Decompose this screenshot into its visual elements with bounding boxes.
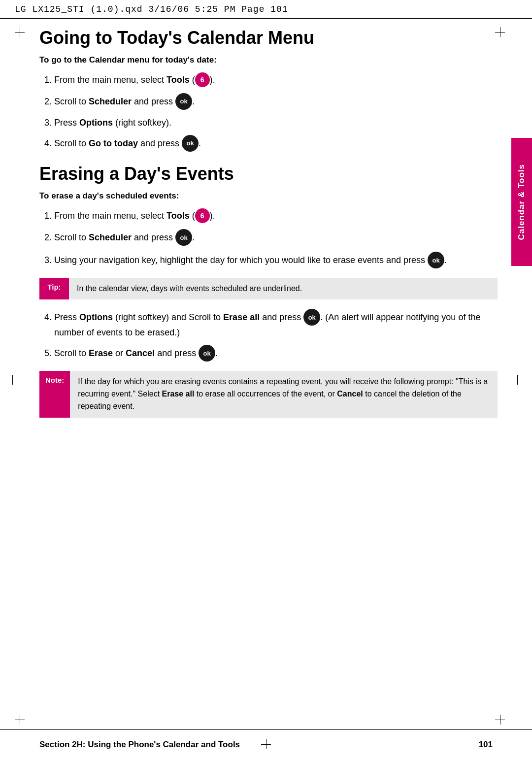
step4-text-before: Scroll to: [54, 138, 89, 148]
tip-label: Tip:: [39, 278, 69, 299]
s2-step4-bold2: Erase all: [223, 312, 260, 322]
s2-step5-after: .: [215, 348, 218, 358]
main-content: Going to Today's Calendar Menu To go to …: [39, 27, 498, 720]
list-item: Scroll to Go to today and press ok.: [54, 135, 498, 152]
reg-mark-rm: [512, 375, 522, 385]
s2-step1-before: From the main menu, select: [54, 211, 166, 221]
note-text-2: to erase all occurrences of the event, o…: [194, 390, 337, 398]
reg-mark-tl: [15, 27, 25, 37]
step4-text-mid: and press: [138, 138, 182, 148]
s2-step5-bold2: Cancel: [126, 348, 155, 358]
side-tab: Calendar & Tools: [511, 138, 532, 266]
step3-bold: Options: [79, 118, 113, 128]
section1-heading: Going to Today's Calendar Menu: [39, 27, 498, 48]
step1-text-mid: (: [190, 75, 195, 85]
s2-step3-text: Using your navigation key, highlight the…: [54, 255, 428, 265]
s2-step4-mid1: (right softkey) and Scroll to: [113, 312, 223, 322]
ok-icon-3: ok: [175, 229, 192, 246]
list-item: Scroll to Erase or Cancel and press ok.: [54, 345, 498, 362]
section1-subheading: To go to the Calendar menu for today's d…: [39, 55, 498, 65]
s2-step5-mid1: or: [113, 348, 126, 358]
note-bold-2: Cancel: [337, 390, 363, 398]
section-2: Erasing a Day's Events To erase a day's …: [39, 163, 498, 418]
list-item: Scroll to Scheduler and press ok.: [54, 94, 498, 110]
s2-step1-mid: (: [190, 211, 195, 221]
s2-step2-mid: and press: [132, 232, 175, 242]
step2-bold: Scheduler: [89, 97, 132, 106]
list-item: From the main menu, select Tools (6).: [54, 73, 498, 88]
note-content: If the day for which you are erasing eve…: [70, 371, 498, 417]
footer-page-number: 101: [479, 740, 493, 750]
step2-text-before: Scroll to: [54, 97, 89, 106]
list-item: Using your navigation key, highlight the…: [54, 252, 498, 269]
section2-subheading: To erase a day's scheduled events:: [39, 191, 498, 201]
note-box: Note: If the day for which you are erasi…: [39, 371, 498, 417]
s2-step5-before: Scroll to: [54, 348, 89, 358]
step1-text-before: From the main menu, select: [54, 75, 166, 85]
section2-steps-second: Press Options (right softkey) and Scroll…: [54, 309, 498, 362]
page-footer: Section 2H: Using the Phone's Calendar a…: [0, 729, 532, 759]
step3-text-after: (right softkey).: [113, 118, 171, 128]
section2-heading: Erasing a Day's Events: [39, 163, 498, 184]
step4-text-after: .: [199, 138, 201, 148]
ok-icon-1: ok: [175, 93, 192, 110]
header-text: LG LX125_STI (1.0).qxd 3/16/06 5:25 PM P…: [15, 4, 288, 14]
section-1: Going to Today's Calendar Menu To go to …: [39, 27, 498, 152]
note-bold-1: Erase all: [162, 390, 195, 398]
step2-text-mid: and press: [132, 97, 175, 106]
s2-step2-before: Scroll to: [54, 232, 89, 242]
list-item: From the main menu, select Tools (6).: [54, 209, 498, 224]
ok-icon-2: ok: [182, 135, 199, 152]
list-item: Press Options (right softkey).: [54, 116, 498, 130]
s2-step2-after: .: [192, 232, 195, 242]
s2-step3-after: .: [444, 255, 447, 265]
step4-bold: Go to today: [89, 138, 138, 148]
tools-number-icon: 6: [195, 72, 210, 87]
reg-mark-bl: [15, 715, 25, 725]
s2-step5-bold1: Erase: [89, 348, 113, 358]
step3-text-before: Press: [54, 118, 79, 128]
s2-step2-bold: Scheduler: [89, 232, 132, 242]
s2-step4-before: Press: [54, 312, 79, 322]
list-item: Scroll to Scheduler and press ok.: [54, 230, 498, 246]
ok-icon-5: ok: [303, 309, 320, 326]
ok-icon-6: ok: [199, 345, 215, 362]
section2-steps-first: From the main menu, select Tools (6). Sc…: [54, 209, 498, 269]
ok-icon-4: ok: [428, 252, 444, 268]
step1-bold: Tools: [166, 75, 190, 85]
tip-box: Tip: In the calendar view, days with eve…: [39, 278, 498, 299]
s2-step4-mid2: and press: [260, 312, 303, 322]
side-tab-label: Calendar & Tools: [517, 164, 527, 240]
footer-left: Section 2H: Using the Phone's Calendar a…: [39, 740, 240, 750]
list-item: Press Options (right softkey) and Scroll…: [54, 309, 498, 339]
tools-number-icon-2: 6: [195, 208, 210, 223]
step2-text-after: .: [192, 97, 195, 106]
s2-step4-bold1: Options: [79, 312, 113, 322]
section1-steps: From the main menu, select Tools (6). Sc…: [54, 73, 498, 152]
step1-text-after: ).: [210, 75, 215, 85]
page-header: LG LX125_STI (1.0).qxd 3/16/06 5:25 PM P…: [0, 0, 532, 19]
reg-mark-lm: [7, 375, 17, 385]
note-label: Note:: [39, 371, 70, 417]
s2-step1-after: ).: [210, 211, 215, 221]
tip-content: In the calendar view, days with events s…: [69, 278, 498, 299]
s2-step1-bold: Tools: [166, 211, 190, 221]
s2-step5-mid2: and press: [155, 348, 199, 358]
